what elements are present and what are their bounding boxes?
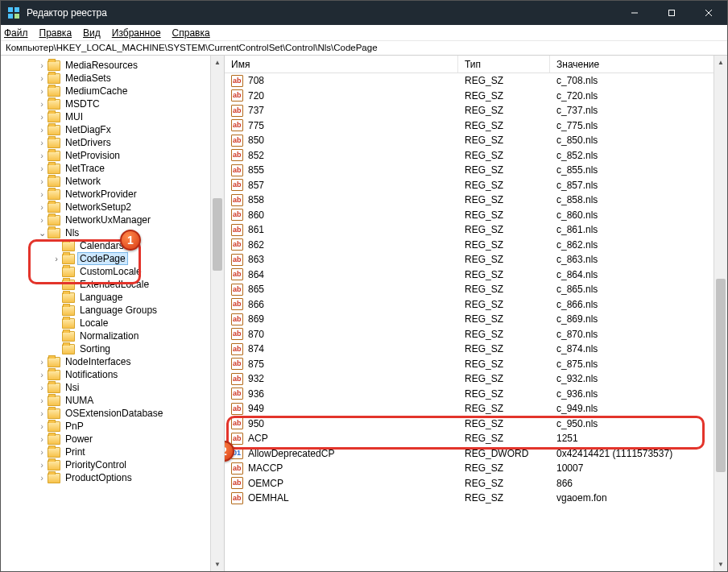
tree-item[interactable]: ExtendedLocale xyxy=(1,278,224,291)
tree-item[interactable]: ›Power xyxy=(1,433,224,446)
tree-item[interactable]: ›MSDTC xyxy=(1,97,224,110)
list-row[interactable]: 870REG_SZc_870.nls xyxy=(225,327,727,342)
list-row[interactable]: 864REG_SZc_864.nls xyxy=(225,267,727,283)
chevron-icon[interactable]: › xyxy=(51,254,62,263)
tree-item[interactable]: ›OSExtensionDatabase xyxy=(1,407,224,420)
list-row[interactable]: OEMCPREG_SZ866 xyxy=(225,476,727,491)
menu-view[interactable]: Вид xyxy=(83,27,101,39)
tree-item[interactable]: CustomLocale xyxy=(1,265,224,278)
tree-item[interactable]: ›NetTrace xyxy=(1,162,224,175)
chevron-icon[interactable]: › xyxy=(36,370,48,379)
list-row[interactable]: 863REG_SZc_863.nls xyxy=(225,252,727,267)
tree-item[interactable]: ›NetworkSetup2 xyxy=(1,201,224,213)
list-row[interactable]: 850REG_SZc_850.nls xyxy=(225,133,727,148)
tree-item[interactable]: ›ProductOptions xyxy=(1,471,224,484)
tree-pane[interactable]: 1 ▲ ▼ ›MediaResources›MediaSets›MediumCa… xyxy=(1,56,225,571)
tree-item[interactable]: ›MediaSets xyxy=(1,72,224,85)
list-pane[interactable]: Имя Тип Значение 708REG_SZc_708.nls720RE… xyxy=(225,56,727,571)
chevron-icon[interactable]: › xyxy=(36,202,48,212)
list-row[interactable]: 866REG_SZc_866.nls xyxy=(225,297,727,313)
chevron-icon[interactable]: › xyxy=(36,125,48,135)
list-row[interactable]: 949REG_SZc_949.nls xyxy=(225,401,727,417)
list-row[interactable]: 855REG_SZc_855.nls xyxy=(225,163,727,178)
list-row[interactable]: 861REG_SZc_861.nls xyxy=(225,222,727,238)
list-row[interactable]: 708REG_SZc_708.nls xyxy=(225,73,727,89)
menu-edit[interactable]: Правка xyxy=(39,27,72,39)
chevron-icon[interactable]: › xyxy=(36,176,48,186)
tree-item[interactable]: Language Groups xyxy=(1,304,224,317)
tree-item[interactable]: ›NetDiagFx xyxy=(1,123,224,136)
tree-item[interactable]: ›NetworkUxManager xyxy=(1,213,224,226)
tree-item[interactable]: ›NetDrivers xyxy=(1,136,224,149)
chevron-icon[interactable]: › xyxy=(36,383,48,392)
tree-item[interactable]: ›MediumCache xyxy=(1,85,224,97)
tree-item[interactable]: ›Network xyxy=(1,175,224,188)
list-scrollbar[interactable]: ▲ ▼ xyxy=(714,56,727,571)
chevron-icon[interactable]: › xyxy=(36,421,48,431)
column-type[interactable]: Тип xyxy=(458,56,550,73)
tree-item[interactable]: ›NUMA xyxy=(1,394,224,407)
list-row[interactable]: OEMHALREG_SZvgaoem.fon xyxy=(225,491,727,506)
list-row[interactable]: 858REG_SZc_858.nls xyxy=(225,193,727,208)
list-row[interactable]: 875REG_SZc_875.nls xyxy=(225,357,727,372)
scroll-thumb[interactable] xyxy=(716,279,726,472)
tree-item[interactable]: Normalization xyxy=(1,330,224,342)
chevron-icon[interactable]: › xyxy=(36,396,48,405)
list-row[interactable]: 869REG_SZc_869.nls xyxy=(225,312,727,327)
chevron-icon[interactable]: › xyxy=(36,138,48,147)
tree-item[interactable]: Sorting xyxy=(1,342,224,355)
chevron-icon[interactable]: › xyxy=(36,99,48,109)
chevron-icon[interactable]: › xyxy=(36,164,48,173)
chevron-icon[interactable]: ⌄ xyxy=(36,228,48,238)
tree-item[interactable]: ›PriorityControl xyxy=(1,458,224,471)
chevron-icon[interactable]: › xyxy=(36,86,48,96)
list-row[interactable]: 932REG_SZc_932.nls xyxy=(225,371,727,387)
close-button[interactable] xyxy=(690,1,727,25)
tree-item[interactable]: ›MediaResources xyxy=(1,59,224,72)
tree-item[interactable]: ›NodeInterfaces xyxy=(1,355,224,368)
menu-help[interactable]: Справка xyxy=(172,27,210,39)
list-row[interactable]: 936REG_SZc_936.nls xyxy=(225,387,727,402)
list-row[interactable]: MACCPREG_SZ10007 xyxy=(225,461,727,476)
tree-item[interactable]: ›MUI xyxy=(1,110,224,123)
chevron-icon[interactable]: › xyxy=(36,189,48,199)
addressbar[interactable]: Компьютер\HKEY_LOCAL_MACHINE\SYSTEM\Curr… xyxy=(1,41,727,56)
list-row[interactable]: ACPREG_SZ1251 xyxy=(225,431,727,446)
list-row[interactable]: 857REG_SZc_857.nls xyxy=(225,178,727,193)
scroll-down-icon[interactable]: ▼ xyxy=(714,557,727,571)
list-row[interactable]: 775REG_SZc_775.nls xyxy=(225,118,727,134)
chevron-icon[interactable]: › xyxy=(36,408,48,418)
tree-item[interactable]: ›NetProvision xyxy=(1,149,224,162)
chevron-icon[interactable]: › xyxy=(36,73,48,83)
list-row[interactable]: 950REG_SZc_950.nls xyxy=(225,417,727,432)
list-row[interactable]: 862REG_SZc_862.nls xyxy=(225,238,727,253)
tree-item[interactable]: Locale xyxy=(1,317,224,330)
scroll-down-icon[interactable]: ▼ xyxy=(211,557,224,571)
list-row[interactable]: 874REG_SZc_874.nls xyxy=(225,342,727,357)
tree-item[interactable]: ›Notifications xyxy=(1,368,224,381)
minimize-button[interactable] xyxy=(616,1,653,25)
tree-item[interactable]: ›Nsi xyxy=(1,381,224,394)
tree-item[interactable]: ›PnP xyxy=(1,420,224,433)
list-row[interactable]: 737REG_SZc_737.nls xyxy=(225,103,727,118)
chevron-icon[interactable]: › xyxy=(36,434,48,444)
list-row[interactable]: 852REG_SZc_852.nls xyxy=(225,148,727,164)
chevron-icon[interactable]: › xyxy=(36,473,48,483)
column-value[interactable]: Значение xyxy=(550,56,727,73)
tree-item[interactable]: Language xyxy=(1,291,224,304)
tree-item[interactable]: Calendars xyxy=(1,239,224,252)
column-name[interactable]: Имя xyxy=(225,56,458,73)
list-row[interactable]: 865REG_SZc_865.nls xyxy=(225,282,727,297)
menu-favorites[interactable]: Избранное xyxy=(112,27,161,39)
scroll-up-icon[interactable]: ▲ xyxy=(714,56,727,69)
chevron-icon[interactable]: › xyxy=(36,447,48,457)
chevron-icon[interactable]: › xyxy=(36,112,48,122)
chevron-icon[interactable]: › xyxy=(36,215,48,225)
tree-item[interactable]: ⌄Nls xyxy=(1,226,224,239)
list-row[interactable]: 720REG_SZc_720.nls xyxy=(225,89,727,104)
tree-item[interactable]: ›CodePage xyxy=(1,252,224,265)
menu-file[interactable]: Файл xyxy=(4,27,28,39)
chevron-icon[interactable]: › xyxy=(36,60,48,70)
tree-item[interactable]: ›NetworkProvider xyxy=(1,188,224,201)
chevron-icon[interactable]: › xyxy=(36,357,48,367)
